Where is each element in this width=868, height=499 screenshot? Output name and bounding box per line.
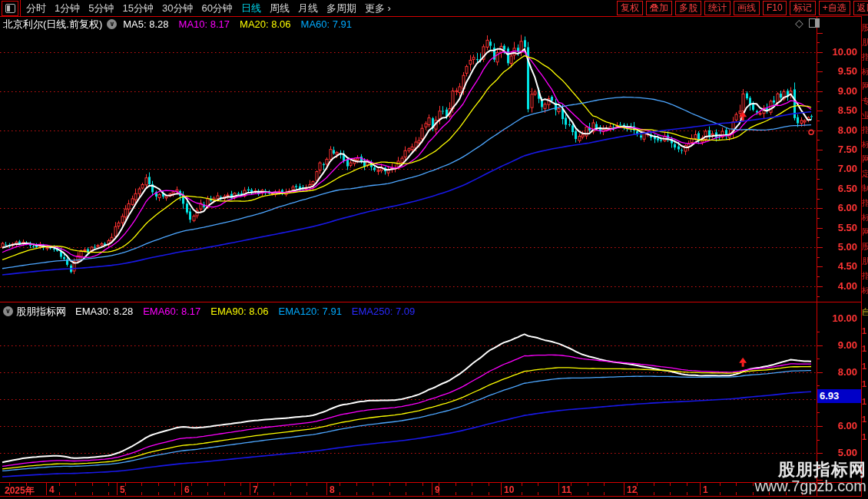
watermark-site-name: 股朋指标网 <box>754 461 866 478</box>
sidebar-clipped-number: 1 <box>862 326 868 335</box>
menu-item-more[interactable]: 更多 › <box>365 2 391 15</box>
ema-label: EMA60: 8.17 <box>143 306 200 317</box>
sidebar-clipped-text: 标 <box>862 139 868 150</box>
toolbar-separator <box>20 0 21 16</box>
diamond-icon[interactable]: ◇ <box>795 17 803 29</box>
menu-item-15min[interactable]: 15分钟 <box>122 2 153 15</box>
sidebar-clipped-number: 1 <box>862 432 868 441</box>
period-menu: 分时1分钟5分钟15分钟30分钟60分钟日线周线月线多周期更多 › <box>26 0 399 16</box>
watermark-site-url: www.7gpzb.com <box>754 478 866 494</box>
yaxis-line <box>817 16 817 497</box>
chart-title-bar: 北京利尔(日线.前复权) ∨ MA5: 8.28MA10: 8.17MA20: … <box>0 17 868 31</box>
panel-divider <box>0 302 862 302</box>
sidebar-clipped-text: 业 <box>862 110 868 121</box>
sidebar-clipped-number: 1 <box>862 415 868 424</box>
ema-label: EMA90: 8.06 <box>210 306 268 317</box>
ma-label: MA60: 7.91 <box>301 18 353 30</box>
sidebar-clipped-text: 标 <box>862 285 868 296</box>
toolbar-button-add-watchlist[interactable]: +自选 <box>819 1 850 15</box>
sidebar-clipped-text: 股 <box>862 241 868 253</box>
axis-price-marker: 6.93 <box>817 389 861 403</box>
menu-item-daily[interactable]: 日线 <box>241 2 261 15</box>
menu-item-1min[interactable]: 1分钟 <box>55 2 80 15</box>
toolbar-button-restore-rights[interactable]: 复权 <box>617 1 643 15</box>
stock-title: 北京利尔(日线.前复权) <box>3 18 102 31</box>
ema-value-labels: EMA30: 8.28EMA60: 8.17EMA90: 8.06EMA120:… <box>75 306 425 317</box>
sidebar-clipped-text: 朋 <box>862 37 868 48</box>
sidebar-clipped-text: 指 <box>862 51 868 63</box>
sidebar-clipped-text: 制 <box>862 183 868 194</box>
right-sidebar-clipped: 股朋指标网专业指标网定制指标网股朋指标自1111111 <box>862 16 868 497</box>
split-pane-icon <box>5 4 15 13</box>
sidebar-clipped-text: 网 <box>862 81 868 92</box>
chevron-down-icon[interactable]: ∨ <box>107 19 117 29</box>
site-watermark: 股朋指标网 www.7gpzb.com <box>754 461 866 494</box>
toolbar-button-mark[interactable]: 标记 <box>790 1 816 15</box>
pane-split-icon[interactable] <box>809 18 820 28</box>
sidebar-clipped-number: 1 <box>862 379 868 388</box>
sidebar-clipped-number: 1 <box>862 397 868 406</box>
sidebar-clipped-text: 自 <box>862 306 868 318</box>
toolbar-button-multi-stock[interactable]: 多股 <box>675 1 701 15</box>
sidebar-clipped-text: 朋 <box>862 256 868 267</box>
menu-item-30min[interactable]: 30分钟 <box>162 2 193 15</box>
ma-label: MA5: 8.28 <box>123 18 168 30</box>
toolbar-button-overlay[interactable]: 叠加 <box>646 1 672 15</box>
sidebar-clipped-number: 1 <box>862 362 868 371</box>
pane-controls: ◇ <box>795 17 820 29</box>
sidebar-clipped-text: 网 <box>862 154 868 165</box>
sidebar-clipped-text: 标 <box>862 66 868 78</box>
menu-item-5min[interactable]: 5分钟 <box>88 2 114 15</box>
chevron-down-icon[interactable]: ∨ <box>3 306 13 316</box>
menu-item-monthly[interactable]: 月线 <box>298 2 318 15</box>
indicator-name: 股朋指标网 <box>16 305 66 319</box>
sidebar-clipped-text: 标 <box>862 212 868 223</box>
menu-item-multi-period[interactable]: 多周期 <box>326 2 356 15</box>
sidebar-clipped-text: 股 <box>862 22 868 34</box>
menu-item-weekly[interactable]: 周线 <box>270 2 290 15</box>
xaxis-top-line <box>0 482 862 483</box>
toolbar-button-statistics[interactable]: 统计 <box>704 1 731 15</box>
ma-value-labels: MA5: 8.28MA10: 8.17MA20: 8.06MA60: 7.91 <box>123 18 362 30</box>
sidebar-clipped-text: 指 <box>862 124 868 136</box>
top-toolbar: 分时1分钟5分钟15分钟30分钟60分钟日线周线月线多周期更多 › 复权叠加多股… <box>0 0 868 16</box>
toolbar-button-draw-line[interactable]: 画线 <box>734 1 760 15</box>
ema-label: EMA120: 7.91 <box>278 306 341 317</box>
ema-label: EMA250: 7.09 <box>352 306 415 317</box>
sidebar-clipped-text: 定 <box>862 168 868 180</box>
chart-canvas[interactable] <box>0 0 868 499</box>
menu-item-60min[interactable]: 60分钟 <box>201 2 232 15</box>
ma-label: MA20: 8.06 <box>240 18 291 30</box>
sidebar-clipped-text: 指 <box>862 270 868 282</box>
tdx-app-window: 分时1分钟5分钟15分钟30分钟60分钟日线周线月线多周期更多 › 复权叠加多股… <box>0 0 868 499</box>
sidebar-clipped-text: 指 <box>862 197 868 209</box>
indicator-title-bar: ∨ 股朋指标网 EMA30: 8.28EMA60: 8.17EMA90: 8.0… <box>0 304 868 319</box>
sidebar-clipped-number: 1 <box>862 344 868 353</box>
window-layout-icon[interactable] <box>2 1 18 16</box>
xaxis-bottom-line <box>0 496 862 497</box>
menu-item-realtime[interactable]: 分时 <box>26 2 46 15</box>
toolbar-button-f10[interactable]: F10 <box>763 1 787 15</box>
sidebar-clipped-text: 网 <box>862 226 868 238</box>
toolbar-right-buttons: 复权叠加多股统计画线F10标记+自选返回 <box>617 1 868 15</box>
toolbar-button-back[interactable]: 返回 <box>853 1 868 15</box>
ema-label: EMA30: 8.28 <box>75 306 133 317</box>
sidebar-clipped-text: 专 <box>862 95 868 107</box>
ma-label: MA10: 8.17 <box>179 18 230 30</box>
